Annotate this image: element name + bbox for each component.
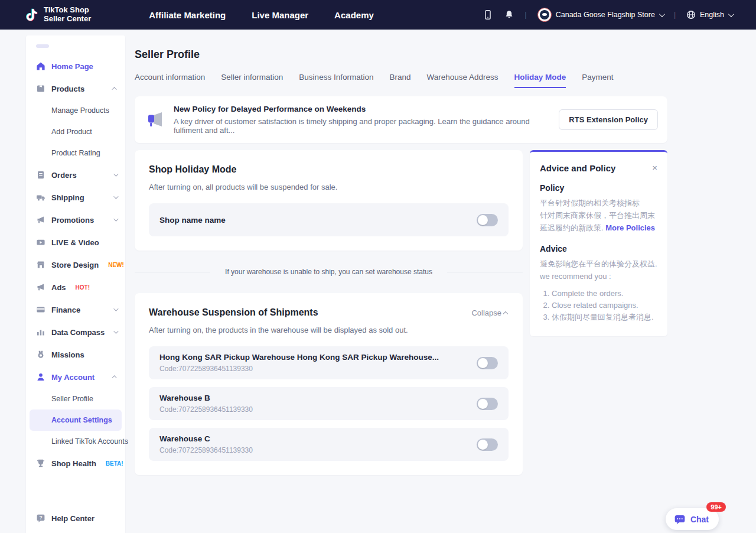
sidebar-subitem-product-rating[interactable]: Product Rating (26, 142, 125, 164)
holiday-card-description: After turning on, all products will be s… (149, 183, 509, 191)
chevron-up-icon (503, 311, 508, 316)
sidebar-item-live-video[interactable]: LIVE & Video (26, 231, 125, 254)
rts-extension-policy-button[interactable]: RTS Extension Policy (559, 109, 658, 130)
sidebar-item-label: Home Page (51, 62, 93, 71)
sidebar-subitem-account-settings[interactable]: Account Settings (30, 410, 122, 431)
sidebar-item-store-design[interactable]: Store Design NEW! (26, 254, 125, 276)
tab-business-information[interactable]: Business Information (299, 73, 373, 88)
chevron-down-icon (113, 194, 118, 199)
more-policies-link[interactable]: More Policies (605, 223, 655, 232)
chevron-down-icon (113, 306, 118, 311)
warehouse-card-description: After turning on, the products in the wa… (149, 326, 509, 334)
banner-description: A key driver of customer satisfaction is… (174, 117, 559, 135)
tab-account-information[interactable]: Account information (135, 73, 205, 88)
policy-heading: Policy (540, 183, 657, 193)
warehouse-name: Warehouse B (159, 394, 253, 402)
sidebar-item-label: Shop Health (51, 459, 96, 468)
warehouse-row-text: Hong Kong SAR Pickup Warehouse Hong Kong… (159, 353, 439, 373)
sidebar-item-label: Products (51, 84, 84, 93)
policy-announcement-banner: New Policy for Delayed Performance on We… (135, 96, 667, 143)
tiktok-note-icon (24, 7, 39, 22)
sidebar-item-label: My Account (51, 373, 94, 382)
shop-name-label: Shop name name (159, 216, 226, 225)
credit-card-icon (36, 305, 45, 314)
tab-holiday-mode[interactable]: Holiday Mode (514, 73, 566, 88)
store-name: Canada Goose Flagship Store (556, 11, 655, 19)
sidebar-item-home-page[interactable]: Home Page (26, 55, 125, 77)
store-switcher[interactable]: Canada Goose Flagship Store (537, 8, 663, 22)
sidebar-item-data-compass[interactable]: Data Compass (26, 321, 125, 343)
policy-text: 平台针对假期的相关考核指标 针对周末商家休假，平台推出周末延迟履约的新政策. M… (540, 197, 657, 234)
tab-payment[interactable]: Payment (582, 73, 613, 88)
sidebar-item-promotions[interactable]: Promotions (26, 209, 125, 231)
sidebar-collapse-handle[interactable] (36, 44, 49, 48)
shop-holiday-mode-card: Shop Holiday Mode After turning on, all … (135, 150, 523, 251)
warehouse-row-text: Warehouse B Code:7072258936451139330 (159, 394, 253, 414)
hot-badge: HOT! (76, 284, 90, 291)
collapse-link[interactable]: Collapse (471, 308, 509, 317)
warehouse-row: Hong Kong SAR Pickup Warehouse Hong Kong… (149, 346, 509, 379)
sidebar: Home Page Products Manage Products Add P… (26, 35, 125, 533)
chevron-down-icon (728, 11, 734, 17)
document-icon (36, 170, 45, 180)
navbar-separator: | (674, 11, 676, 19)
language-switcher[interactable]: English (686, 10, 732, 20)
box-icon (36, 84, 45, 93)
banner-text: New Policy for Delayed Performance on We… (174, 105, 559, 135)
sidebar-item-products[interactable]: Products (26, 77, 125, 100)
navbar-links: Affiliate Marketing Live Manager Academy (149, 10, 374, 20)
warehouse-card-title: Warehouse Suspension of Shipments (149, 307, 318, 318)
warehouse-name: Hong Kong SAR Pickup Warehouse Hong Kong… (159, 353, 439, 362)
advice-list: Complete the orders. Close related campa… (543, 288, 657, 323)
sidebar-item-label: Store Design (51, 261, 99, 269)
sidebar-subitem-manage-products[interactable]: Manage Products (26, 100, 125, 121)
warehouse-toggle[interactable] (477, 438, 498, 451)
tab-seller-information[interactable]: Seller information (221, 73, 283, 88)
sidebar-item-finance[interactable]: Finance (26, 298, 125, 321)
sidebar-item-help-center[interactable]: ? Help Center (26, 507, 125, 529)
warehouse-name: Warehouse C (159, 434, 253, 443)
globe-icon (686, 10, 696, 20)
sidebar-item-shop-health[interactable]: Shop Health BETA! (26, 452, 125, 474)
sidebar-item-label: Finance (51, 306, 80, 314)
collapse-label: Collapse (471, 308, 501, 317)
close-icon[interactable]: × (652, 163, 657, 172)
video-icon (36, 238, 45, 247)
sidebar-subitem-linked-tiktok-accounts[interactable]: Linked TikTok Accounts (26, 431, 125, 452)
warehouse-suspension-card: Warehouse Suspension of Shipments Collap… (135, 293, 523, 475)
sidebar-item-my-account[interactable]: My Account (26, 366, 125, 388)
advice-and-policy-panel: Advice and Policy × Policy 平台针对假期的相关考核指标… (530, 150, 667, 336)
sidebar-subitem-seller-profile[interactable]: Seller Profile (26, 388, 125, 410)
megaphone-icon (36, 282, 45, 292)
sidebar-item-label: Ads (51, 283, 66, 292)
person-icon (36, 372, 45, 382)
tiktok-shop-logo[interactable]: TikTok Shop Seller Center (24, 6, 91, 24)
sidebar-item-missions[interactable]: Missions (26, 343, 125, 366)
divider-line (447, 272, 523, 272)
warehouse-code: Code:7072258936451139330 (159, 365, 439, 373)
logo-text: TikTok Shop Seller Center (44, 6, 91, 24)
profile-tabs: Account information Seller information B… (135, 73, 667, 88)
chevron-up-icon (112, 87, 116, 92)
sidebar-item-label: Data Compass (51, 328, 105, 337)
warehouse-toggle[interactable] (477, 357, 498, 369)
sidebar-subitem-add-product[interactable]: Add Product (26, 121, 125, 142)
nav-link-academy[interactable]: Academy (334, 10, 374, 20)
sidebar-item-ads[interactable]: Ads HOT! (26, 276, 125, 298)
navbar-right: | Canada Goose Flagship Store | English (483, 8, 732, 22)
tab-warehouse-address[interactable]: Warehouse Address (426, 73, 498, 88)
warehouse-row: Warehouse B Code:7072258936451139330 (149, 387, 509, 420)
main-content: Seller Profile Account information Selle… (135, 35, 667, 475)
sidebar-item-shipping[interactable]: Shipping (26, 186, 125, 209)
sidebar-item-orders[interactable]: Orders (26, 164, 125, 186)
nav-link-affiliate-marketing[interactable]: Affiliate Marketing (149, 10, 226, 20)
svg-text:?: ? (39, 515, 42, 521)
chevron-down-icon (113, 171, 118, 176)
chat-button[interactable]: Chat 99+ (666, 508, 719, 530)
mobile-app-icon[interactable] (483, 9, 493, 21)
shop-holiday-toggle[interactable] (477, 214, 498, 226)
tab-brand[interactable]: Brand (389, 73, 410, 88)
warehouse-toggle[interactable] (477, 398, 498, 410)
nav-link-live-manager[interactable]: Live Manager (252, 10, 308, 20)
notification-bell-icon[interactable] (504, 9, 514, 21)
